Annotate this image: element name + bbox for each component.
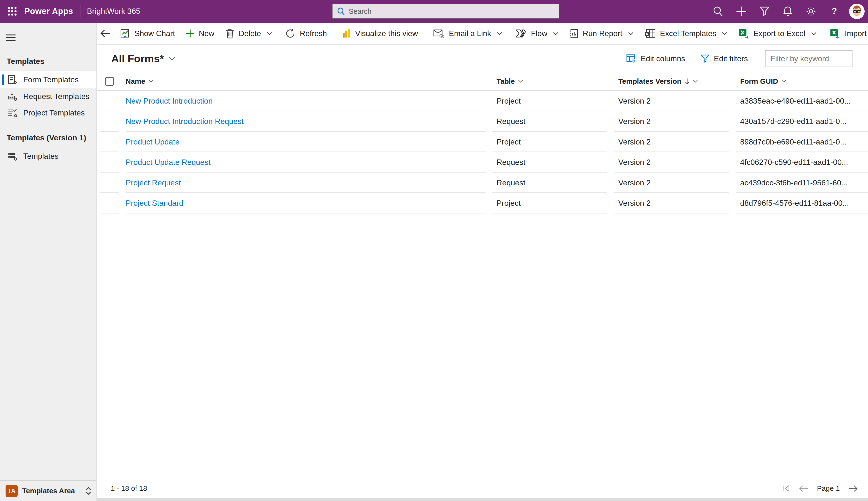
sidebar-item-label: Form Templates xyxy=(23,75,79,84)
column-header-table[interactable]: Table xyxy=(492,77,614,85)
table-row[interactable]: Project Request Request Version 2 ac439d… xyxy=(97,173,868,193)
import-excel-icon xyxy=(830,29,840,39)
delete-split-chevron[interactable] xyxy=(266,22,272,44)
sidebar-item-label: Request Templates xyxy=(23,92,90,101)
request-template-icon xyxy=(7,92,18,102)
guid-cell: d8d796f5-4576-ed11-81aa-00... xyxy=(736,193,868,214)
visualize-this-view-button[interactable]: Visualize this view xyxy=(337,22,423,44)
version-cell: Version 2 xyxy=(614,173,736,193)
record-link[interactable]: Product Update xyxy=(126,138,179,147)
arrow-right-icon xyxy=(848,485,858,492)
table-cell: Request xyxy=(492,111,614,132)
search-input[interactable] xyxy=(349,7,554,15)
first-page-button[interactable] xyxy=(782,485,790,492)
guid-cell: a3835eac-e490-ed11-aad1-00... xyxy=(736,91,868,111)
export-to-excel-button[interactable]: Export to Excel xyxy=(733,22,811,44)
sidebar-item-project-templates[interactable]: Project Templates xyxy=(0,105,96,121)
record-link[interactable]: Product Update Request xyxy=(126,158,210,167)
refresh-icon xyxy=(285,29,295,39)
quick-create-plus-icon[interactable] xyxy=(730,0,753,23)
top-app-bar: Power Apps BrightWork 365 xyxy=(0,0,868,23)
run-report-icon xyxy=(569,29,578,39)
flow-button[interactable]: Flow xyxy=(510,22,553,44)
search-icon[interactable] xyxy=(707,0,730,23)
project-template-icon xyxy=(7,108,18,118)
excel-templates-icon xyxy=(645,29,656,38)
view-selector[interactable]: All Forms* xyxy=(111,53,175,65)
chevron-down-icon xyxy=(169,57,175,61)
sidebar-item-request-templates[interactable]: Request Templates xyxy=(0,88,96,105)
record-link[interactable]: Project Standard xyxy=(126,199,183,208)
table-row[interactable]: Product Update Request Request Version 2… xyxy=(97,152,868,173)
area-switcher-chevrons-icon xyxy=(85,487,92,495)
horizontal-scrollbar[interactable] xyxy=(97,498,868,501)
edit-columns-icon xyxy=(626,54,636,63)
new-button[interactable]: New xyxy=(180,22,220,44)
select-all-checkbox[interactable] xyxy=(105,77,114,86)
run-report-chevron[interactable] xyxy=(628,22,634,44)
record-range: 1 - 18 of 18 xyxy=(111,484,147,492)
excel-templates-button[interactable]: Excel Templates xyxy=(639,22,722,44)
edit-filters-icon xyxy=(701,54,710,63)
sidebar-item-form-templates[interactable]: Form Templates xyxy=(0,71,96,88)
back-arrow-icon xyxy=(100,30,110,37)
area-badge: TA xyxy=(6,485,18,497)
export-excel-chevron[interactable] xyxy=(811,22,817,44)
import-from-excel-button[interactable]: Import from Excel xyxy=(824,22,868,44)
next-page-button[interactable] xyxy=(848,485,858,492)
table-cell: Project xyxy=(492,132,614,152)
email-split-chevron[interactable] xyxy=(497,22,502,44)
edit-columns-button[interactable]: Edit columns xyxy=(620,50,691,67)
chevron-down-icon xyxy=(553,32,558,35)
power-bi-icon xyxy=(343,29,351,38)
hamburger-menu-icon[interactable] xyxy=(6,31,22,45)
environment-name[interactable]: BrightWork 365 xyxy=(87,7,140,16)
email-a-link-button[interactable]: Email a Link xyxy=(428,22,497,44)
record-link[interactable]: Project Request xyxy=(126,178,181,187)
help-icon[interactable]: ? xyxy=(823,0,846,23)
table-row[interactable]: Project Standard Project Version 2 d8d79… xyxy=(97,193,868,214)
show-chart-icon xyxy=(120,29,130,39)
column-header-form-guid[interactable]: Form GUID xyxy=(736,77,868,85)
version-cell: Version 2 xyxy=(614,132,736,152)
email-link-icon xyxy=(433,29,445,38)
chevron-down-icon xyxy=(722,32,727,35)
notifications-bell-icon[interactable] xyxy=(776,0,799,23)
table-cell: Request xyxy=(492,152,614,173)
run-report-button[interactable]: Run Report xyxy=(564,22,628,44)
chevron-down-icon xyxy=(518,79,523,83)
filter-icon[interactable] xyxy=(753,0,776,23)
edit-filters-button[interactable]: Edit filters xyxy=(694,50,754,67)
user-avatar[interactable] xyxy=(846,0,868,23)
show-chart-button[interactable]: Show Chart xyxy=(115,22,180,44)
arrow-left-icon xyxy=(799,485,809,492)
sidebar-spacer xyxy=(0,164,96,480)
excel-templates-chevron[interactable] xyxy=(722,22,727,44)
back-button[interactable] xyxy=(100,22,110,44)
guid-cell: ac439dcc-3f6b-ed11-9561-60... xyxy=(736,173,868,193)
refresh-button[interactable]: Refresh xyxy=(280,22,333,44)
table-row[interactable]: New Product Introduction Request Request… xyxy=(97,111,868,132)
settings-gear-icon[interactable] xyxy=(799,0,823,23)
previous-page-button[interactable] xyxy=(799,485,809,492)
sidebar-item-templates-v1[interactable]: Templates xyxy=(0,148,96,164)
app-launcher-waffle-icon[interactable] xyxy=(0,0,24,23)
table-row[interactable]: Product Update Project Version 2 898d7c0… xyxy=(97,132,868,152)
column-header-templates-version[interactable]: Templates Version xyxy=(614,77,736,85)
filter-by-keyword-input[interactable] xyxy=(765,50,853,67)
guid-cell: 430a157d-c290-ed11-aad1-0... xyxy=(736,111,868,132)
app-name[interactable]: Power Apps xyxy=(24,7,73,16)
version-cell: Version 2 xyxy=(614,193,736,214)
table-cell: Project xyxy=(492,91,614,111)
flow-chevron[interactable] xyxy=(553,22,558,44)
grid-header-row: Name Table Templates Version Form GUID xyxy=(97,72,868,90)
area-label: Templates Area xyxy=(22,487,80,495)
record-link[interactable]: New Product Introduction Request xyxy=(126,117,244,126)
table-row[interactable]: New Product Introduction Project Version… xyxy=(97,91,868,111)
templates-stack-icon xyxy=(7,151,18,161)
record-link[interactable]: New Product Introduction xyxy=(126,97,213,106)
delete-button[interactable]: Delete xyxy=(220,22,266,44)
column-header-name[interactable]: Name xyxy=(126,77,492,85)
area-switcher[interactable]: TA Templates Area xyxy=(0,480,96,501)
site-map-sidebar: Templates Form Templates xyxy=(0,23,97,501)
